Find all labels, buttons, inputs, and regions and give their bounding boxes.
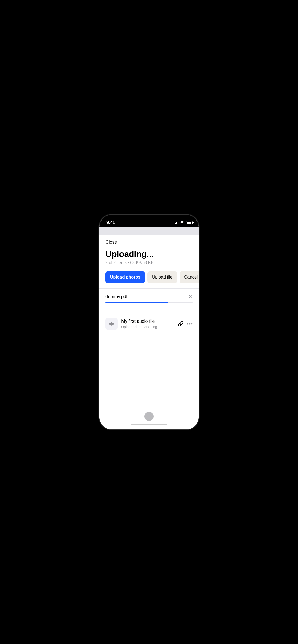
- upload-sheet: Close Uploading... 2 of 2 items • 63 KB/…: [99, 235, 199, 429]
- copy-link-button[interactable]: [178, 321, 183, 327]
- file-cancel-button[interactable]: ✕: [189, 294, 193, 299]
- wifi-icon: [180, 221, 184, 224]
- audio-waveform-icon: [109, 322, 114, 326]
- svg-point-0: [187, 323, 188, 325]
- audio-file-status: Uploaded to marketing: [121, 325, 174, 329]
- file-actions: [178, 321, 193, 327]
- upload-photos-button[interactable]: Upload photos: [105, 271, 145, 283]
- cancel-all-button[interactable]: Cancel all: [180, 271, 199, 283]
- scroll-indicator: [144, 412, 154, 421]
- background-peek: [99, 227, 199, 235]
- file-name-pdf: dummy.pdf: [105, 294, 127, 299]
- file-item-uploading: dummy.pdf ✕: [105, 289, 193, 308]
- svg-point-1: [189, 323, 191, 325]
- audio-file-thumbnail: [105, 318, 118, 330]
- more-options-button[interactable]: [187, 323, 193, 325]
- signal-bars-icon: [174, 221, 178, 224]
- battery-icon: [186, 221, 193, 224]
- status-bar: 9:41: [99, 215, 199, 227]
- file-list: dummy.pdf ✕: [99, 289, 199, 348]
- action-buttons: Upload photos Upload file Cancel all: [99, 265, 199, 288]
- file-info: My first audio file Uploaded to marketin…: [121, 319, 174, 329]
- content-spacer: [99, 348, 199, 407]
- upload-file-button[interactable]: Upload file: [147, 271, 177, 283]
- bottom-area: [99, 407, 199, 429]
- upload-subtitle: 2 of 2 items • 63 KB/63 KB: [105, 260, 193, 265]
- status-icons: [174, 221, 193, 224]
- audio-file-name: My first audio file: [121, 319, 174, 324]
- sheet-header: Close Uploading... 2 of 2 items • 63 KB/…: [99, 235, 199, 265]
- home-indicator: [131, 424, 167, 425]
- svg-point-2: [191, 323, 193, 325]
- progress-bar-container: [105, 302, 193, 303]
- upload-title: Uploading...: [105, 249, 193, 259]
- status-time: 9:41: [106, 220, 115, 225]
- progress-bar-fill: [105, 302, 168, 303]
- file-item-complete: My first audio file Uploaded to marketin…: [105, 308, 193, 340]
- close-button[interactable]: Close: [105, 240, 117, 245]
